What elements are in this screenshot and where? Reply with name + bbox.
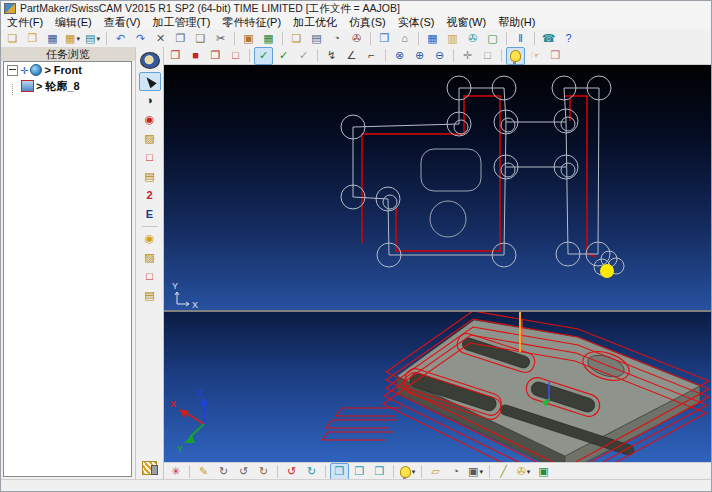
new-file-icon[interactable]: ❏ [3, 29, 22, 47]
rotate-view-y-icon[interactable]: ↺ [234, 463, 253, 481]
tile-windows-icon[interactable]: ▦ [423, 29, 442, 47]
zoom-out-icon[interactable]: ⊖ [430, 47, 449, 65]
verify-toggle-icon[interactable]: ✓ [254, 47, 273, 65]
cascade-windows-icon[interactable]: ▥ [443, 29, 462, 47]
help-icon[interactable]: ? [559, 29, 578, 47]
engrave-feature-icon[interactable]: E [139, 205, 161, 224]
menu-item-2[interactable]: 编辑(E) [49, 16, 98, 29]
post-save-icon[interactable]: ▦ [259, 29, 278, 47]
view-3d-icon[interactable] [139, 49, 161, 72]
show-features-icon[interactable]: ❒ [546, 47, 565, 65]
pick-hand-icon[interactable]: ☞ [526, 47, 545, 65]
print-icon[interactable]: ▤▾ [83, 29, 102, 47]
options-icon[interactable]: ✇ [463, 29, 482, 47]
machine-axes-icon[interactable]: ✳ [166, 463, 185, 481]
open-file-icon[interactable]: ❒ [23, 29, 42, 47]
front-view-icon[interactable]: ❒ [350, 463, 369, 481]
trim-icon[interactable]: ✂ [211, 29, 230, 47]
verify-stack-icon[interactable]: ✓ [294, 47, 313, 65]
support-phone-icon[interactable]: ☎ [539, 29, 558, 47]
menu-item-7[interactable]: 仿真(S) [343, 16, 392, 29]
spin-left-icon[interactable]: ↺ [282, 463, 301, 481]
view-window-icon[interactable]: ❒ [166, 47, 185, 65]
process-table-icon[interactable]: ▤ [307, 29, 326, 47]
zoom-in-icon[interactable]: ⊕ [410, 47, 429, 65]
mark-surface-icon[interactable]: ╱ [494, 463, 513, 481]
undo-icon[interactable]: ↶ [111, 29, 130, 47]
tree-node-contour-8[interactable]: > 轮廓_8 [4, 78, 131, 94]
viewport-2d[interactable]: Y X [164, 65, 711, 310]
simulation-window-icon[interactable]: ▢ [483, 29, 502, 47]
orient-sphere-icon[interactable]: ◑ [139, 91, 161, 110]
pocket-group-icon[interactable]: ▤ [139, 286, 161, 305]
menu-item-10[interactable]: 帮助(H) [492, 16, 541, 29]
light-options-icon[interactable]: ▾ [398, 463, 417, 481]
menu-item-5[interactable]: 零件特征(P) [216, 16, 287, 29]
save-all-icon[interactable]: ▦▾ [63, 29, 82, 47]
menu-item-1[interactable]: 文件(F) [1, 16, 49, 29]
job-folder-icon[interactable]: ❒ [375, 29, 394, 47]
redo-icon[interactable]: ↷ [131, 29, 150, 47]
view-fill-icon[interactable]: ■ [186, 47, 205, 65]
thread-feature-icon[interactable]: 2 [139, 186, 161, 205]
rotate-view-z-icon[interactable]: ↻ [254, 463, 273, 481]
tree-node-front[interactable]: > Front [4, 62, 131, 78]
tree-node-label[interactable]: > 轮廓_8 [36, 79, 80, 94]
copy-icon[interactable]: ❐ [171, 29, 190, 47]
toolpath-points-icon[interactable]: ∠ [342, 47, 361, 65]
new-file-icon-glyph: ❏ [8, 33, 18, 44]
cycle-time-icon[interactable]: ◔ [327, 29, 346, 47]
spin-right-icon[interactable]: ↻ [302, 463, 321, 481]
edit-tool-icon[interactable]: ✎ [194, 463, 213, 481]
pocket-feature-icon[interactable]: ▤ [139, 167, 161, 186]
view-export-icon[interactable]: ❐ [206, 47, 225, 65]
select-cursor-icon[interactable] [139, 72, 161, 91]
tree-node-label[interactable]: > Front [44, 64, 82, 76]
view-frame-icon-glyph: □ [232, 50, 239, 61]
verify-all-icon[interactable]: ✓ [274, 47, 293, 65]
capture-view-icon[interactable]: ▣▾ [466, 463, 485, 481]
contour-feature-icon[interactable]: □ [139, 148, 161, 167]
dropdown-caret-icon: ▾ [527, 468, 531, 475]
menu-item-6[interactable]: 加工优化 [287, 16, 343, 29]
menu-item-8[interactable]: 实体(S) [392, 16, 441, 29]
zoom-previous-icon[interactable]: ⊗ [390, 47, 409, 65]
contour-group-icon[interactable]: □ [139, 267, 161, 286]
rotate-view-x-icon[interactable]: ↻ [214, 463, 233, 481]
zoom-window-icon[interactable]: □ [478, 47, 497, 65]
top-view-icon[interactable]: ❒ [370, 463, 389, 481]
time-estimate-icon[interactable]: ◔ [446, 463, 465, 481]
viewport-3d[interactable]: Z X Y [164, 312, 711, 462]
axis-x-label: X [192, 300, 198, 310]
pan-icon[interactable]: ✛ [458, 47, 477, 65]
view-frame-icon[interactable]: □ [226, 47, 245, 65]
machine-setup-icon[interactable]: ▣ [239, 29, 258, 47]
hole-group-icon[interactable]: ▨ [139, 248, 161, 267]
menu-item-9[interactable]: 视窗(W) [440, 16, 492, 29]
paste-icon[interactable]: ❑ [191, 29, 210, 47]
front-view-icon-glyph: ❒ [355, 466, 365, 477]
split-view-icon[interactable]: ‖ [511, 29, 530, 47]
show-stock-icon[interactable]: ▱ [426, 463, 445, 481]
light-toggle-icon[interactable] [506, 47, 525, 65]
save-icon[interactable]: ▦ [43, 29, 62, 47]
cut-icon[interactable]: ✕ [151, 29, 170, 47]
toolpath-segments-icon[interactable]: ⌐ [362, 47, 381, 65]
toolpath-display-icon[interactable]: ↯ [322, 47, 341, 65]
contour-group-icon-glyph: □ [146, 271, 153, 282]
iso-view-icon[interactable]: ❒ [330, 463, 349, 481]
process-table-icon-glyph: ▤ [311, 33, 321, 44]
split-view-icon-glyph: ‖ [518, 33, 523, 44]
menu-item-3[interactable]: 查看(V) [98, 16, 147, 29]
hole-feature-icon[interactable]: ▨ [139, 129, 161, 148]
collapse-icon[interactable] [7, 65, 18, 76]
spring-tool-icon[interactable] [140, 459, 159, 477]
point-feature-icon[interactable]: ◉ [139, 110, 161, 129]
library-icon[interactable]: ⌂ [395, 29, 414, 47]
menu-item-4[interactable]: 加工管理(T) [146, 16, 216, 29]
point-group-icon[interactable]: ◉ [139, 229, 161, 248]
tools-database-icon[interactable]: ✇ [347, 29, 366, 47]
part-features-icon[interactable]: ❏ [287, 29, 306, 47]
export-image-icon[interactable]: ▣ [534, 463, 553, 481]
tool-holder-icon[interactable]: ✇▾ [514, 463, 533, 481]
